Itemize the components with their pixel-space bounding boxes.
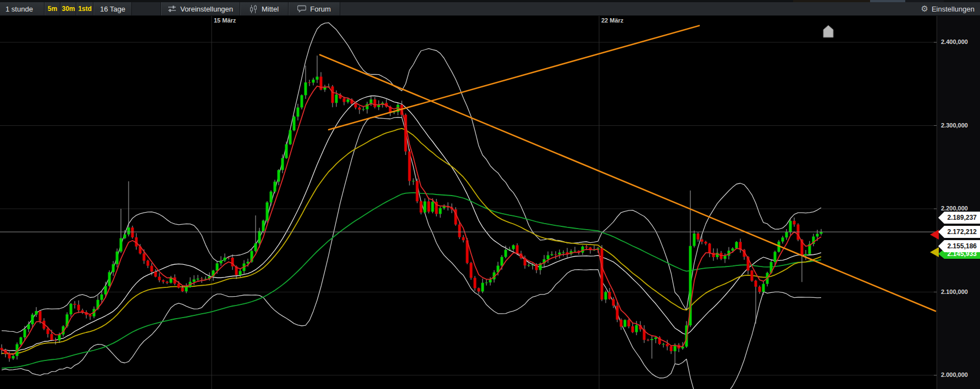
gear-icon: ⚙ [921,4,928,14]
timeframe-30m-label: 30m [62,5,75,13]
toolbar-filler [340,2,921,15]
trend-line[interactable] [320,55,935,312]
trading-app: { "window": { "tabs_strip": { "segments"… [0,0,980,389]
presets-label: Voreinstellungen [175,5,239,13]
timeframe-1std-label: 1std [78,5,92,13]
x-axis-date-label: 22 März [601,17,623,24]
price-axis-tick: 2.000,000 [937,371,980,378]
forum-label: Forum [304,5,336,13]
presets-button[interactable]: Voreinstellungen [161,2,240,15]
timeframe-30m-button[interactable]: 30m [60,2,76,15]
timeframe-5m-button[interactable]: 5m [45,2,60,15]
range-button[interactable]: 16 Tage [93,2,132,15]
indicators-label: Mittel [256,5,284,13]
price-axis-tick: 2.100,000 [937,288,980,295]
indicators-button[interactable]: Mittel [240,2,289,15]
chart-annotation-marker[interactable] [823,25,833,37]
settings-button[interactable]: ⚙ Einstellungen [921,2,980,15]
x-axis-date-label: 15 März [214,17,236,24]
price-tag-last: 2.172,212 [938,226,980,238]
price-axis-tick: 2.300,000 [937,122,980,129]
price-chart[interactable]: 15 März 22 März 2.400,000 2.300,000 2.20… [0,16,980,389]
timeframe-5m-label: 5m [48,5,57,13]
price-axis-tick: 2.200,000 [937,205,980,212]
price-axis[interactable]: 2.400,000 2.300,000 2.200,000 2.100,000 … [937,16,980,389]
price-tag-high: 2.189,237 [938,212,980,224]
timeframe-current-label: 1 stunde [0,5,38,13]
price-axis-tick: 2.400,000 [937,38,980,45]
forum-button[interactable]: Forum [289,2,340,15]
price-tag-ma-mid: 2.155,186 [938,240,980,252]
toolbar-spacer [132,2,161,15]
settings-label: Einstellungen [932,5,975,13]
range-label: 16 Tage [100,5,125,13]
timeframe-1std-button[interactable]: 1std [76,2,93,15]
candlestick-plot[interactable] [0,16,980,389]
chart-toolbar: 1 stunde 5m 30m 1std 16 Tage Voreinstell… [0,2,980,16]
timeframe-current-button[interactable]: 1 stunde [0,2,45,15]
